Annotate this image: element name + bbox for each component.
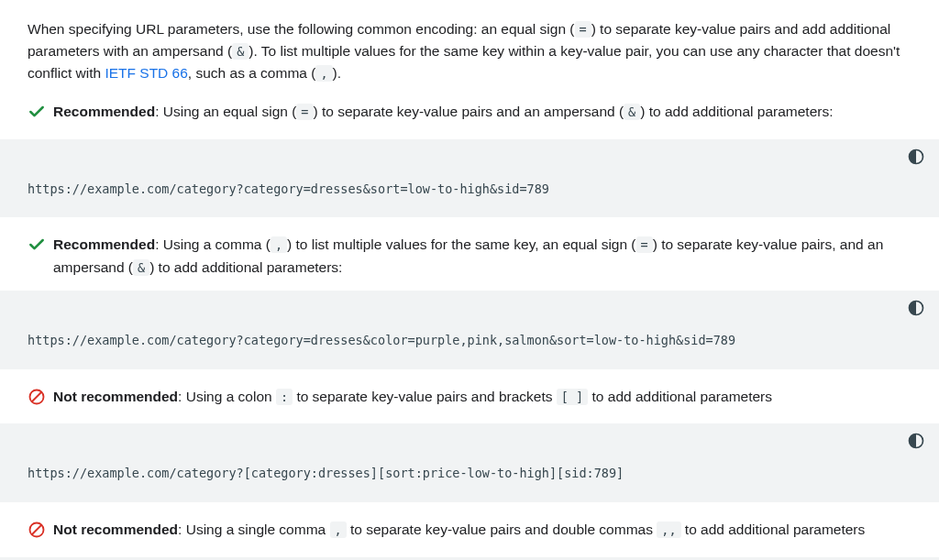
recommendation-text: Not recommended: Using a single comma , … [53,519,911,542]
recommendation-label: Recommended [53,104,155,119]
prohibit-icon [28,388,46,413]
recommendation-row: Recommended: Using a comma (,) to list m… [28,234,911,283]
ietf-link[interactable]: IETF STD 66 [105,65,187,81]
code-block: https://example.com/category?category=dr… [0,139,939,218]
svg-line-1 [32,392,41,401]
intro-text: , such as a comma ( [188,65,316,81]
inline-code: & [133,259,149,276]
code-block: https://example.com/category?[category:d… [0,423,939,502]
recommendation-row: Recommended: Using an equal sign (=) to … [28,101,911,132]
inline-code: : [276,389,293,405]
svg-line-3 [32,525,41,534]
check-icon [28,236,46,261]
inline-code: = [636,236,653,253]
inline-code: ,, [657,522,680,538]
theme-toggle-button[interactable] [906,431,926,451]
theme-toggle-button[interactable] [906,147,926,167]
inline-code-comma: , [315,65,332,82]
intro-text: ). [333,65,341,81]
inline-code: & [624,104,640,120]
prohibit-icon [28,521,46,546]
code-sample: https://example.com/category?category=dr… [28,316,911,351]
recommendation-text: Not recommended: Using a colon : to sepa… [53,386,911,409]
inline-code-equals: = [575,21,591,38]
inline-code: , [271,236,287,253]
recommendation-text: Recommended: Using an equal sign (=) to … [53,101,911,124]
inline-code: , [330,522,347,538]
check-icon [28,103,46,128]
recommendation-text: Recommended: Using a comma (,) to list m… [53,234,911,280]
recommendation-row: Not recommended: Using a single comma , … [28,519,911,550]
intro-text: When specifying URL parameters, use the … [28,21,575,37]
recommendation-label: Not recommended [53,522,178,537]
inline-code: [ ] [557,389,588,405]
theme-toggle-button[interactable] [906,298,926,318]
code-sample: https://example.com/category?category=dr… [28,165,911,200]
intro-paragraph: When specifying URL parameters, use the … [28,18,911,84]
recommendation-row: Not recommended: Using a colon : to sepa… [28,386,911,417]
code-block: https://example.com/category?category=dr… [0,291,939,369]
inline-code: = [296,104,313,120]
recommendation-label: Not recommended [53,389,178,404]
recommendation-label: Recommended [53,236,155,252]
inline-code-ampersand: & [232,43,249,60]
code-sample: https://example.com/category?[category:d… [28,449,911,484]
